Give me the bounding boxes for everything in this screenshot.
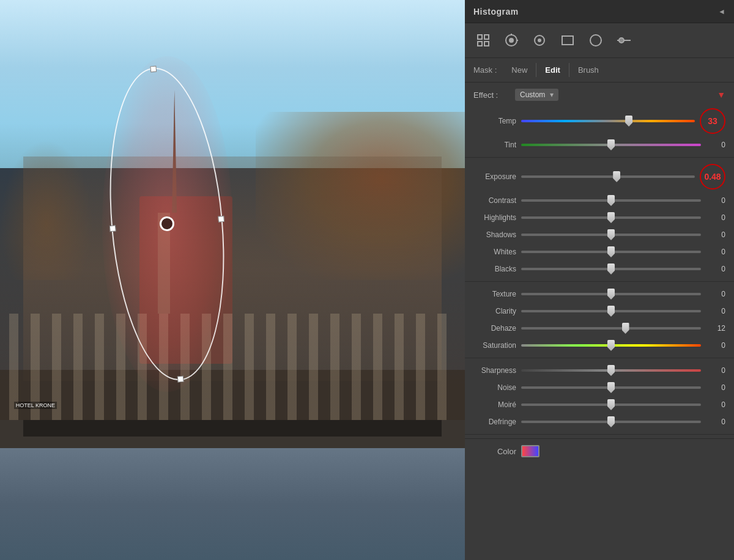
brush-tool-button[interactable]: [527, 28, 552, 53]
svg-rect-10: [562, 36, 573, 45]
temp-track: [521, 120, 695, 122]
rect-tool-button[interactable]: [555, 28, 580, 53]
range-tool-button[interactable]: [612, 28, 636, 53]
mask-new-button[interactable]: New: [503, 63, 536, 77]
svg-point-5: [509, 38, 514, 43]
highlights-handle[interactable]: [607, 212, 615, 223]
clarity-track-container: [521, 305, 701, 317]
sharpness-track-container: [521, 364, 701, 377]
tint-label: Tint: [473, 141, 516, 149]
clarity-handle[interactable]: [607, 306, 615, 317]
svg-rect-2: [478, 42, 482, 46]
texture-label: Texture: [473, 290, 516, 298]
exposure-handle[interactable]: [613, 171, 620, 182]
clarity-track: [521, 310, 701, 312]
noise-slider-row: Noise 0: [465, 379, 734, 396]
sharpness-slider-row: Sharpness 0: [465, 362, 734, 379]
defringe-value[interactable]: 0: [706, 418, 725, 426]
handle-right[interactable]: [218, 216, 225, 223]
saturation-handle[interactable]: [607, 340, 615, 351]
effect-value: Custom: [520, 90, 545, 99]
highlights-slider-row: Highlights 0: [465, 209, 734, 226]
effect-row: Effect : Custom ▾ ▼: [465, 83, 734, 106]
defringe-handle[interactable]: [607, 416, 615, 427]
sharpness-track: [521, 369, 701, 372]
blacks-handle[interactable]: [607, 263, 615, 274]
noise-value[interactable]: 0: [706, 383, 725, 392]
noise-track-container: [521, 381, 701, 394]
contrast-handle[interactable]: [607, 195, 615, 206]
circle-tool-button[interactable]: [584, 28, 608, 53]
sharpness-label: Sharpness: [473, 366, 516, 375]
highlights-label: Highlights: [473, 213, 516, 222]
svg-point-12: [619, 38, 624, 43]
blacks-track-container: [521, 263, 701, 275]
blacks-slider-row: Blacks 0: [465, 260, 734, 278]
collapse-icon[interactable]: ◄: [718, 7, 725, 16]
saturation-value[interactable]: 0: [706, 341, 725, 350]
moire-value[interactable]: 0: [706, 400, 725, 409]
noise-handle[interactable]: [607, 382, 615, 393]
photo-area: HOTEL KRONE: [0, 0, 465, 560]
mask-edit-button[interactable]: Edit: [536, 63, 569, 77]
saturation-track-container: [521, 339, 701, 352]
tint-track-container: [521, 139, 701, 151]
tint-value[interactable]: 0: [706, 141, 725, 149]
whites-handle[interactable]: [607, 246, 615, 257]
texture-value[interactable]: 0: [706, 290, 725, 298]
moire-track: [521, 403, 701, 406]
handle-left[interactable]: [109, 226, 116, 232]
dehaze-label: Dehaze: [473, 324, 516, 333]
panel-header: Histogram ◄: [465, 0, 734, 23]
dehaze-slider-row: Dehaze 12: [465, 320, 734, 337]
shadows-value[interactable]: 0: [706, 230, 725, 239]
blacks-label: Blacks: [473, 265, 516, 273]
sharpness-handle[interactable]: [607, 365, 615, 376]
radial-gradient-tool-button[interactable]: [499, 28, 524, 53]
svg-point-9: [538, 39, 541, 42]
handle-top[interactable]: [150, 65, 157, 72]
svg-point-11: [590, 35, 601, 46]
mask-row: Mask : New Edit Brush: [465, 58, 734, 83]
handle-bottom[interactable]: [177, 375, 184, 382]
highlights-value[interactable]: 0: [706, 213, 725, 222]
dehaze-handle[interactable]: [622, 323, 629, 334]
contrast-value[interactable]: 0: [706, 196, 725, 205]
blacks-value[interactable]: 0: [706, 265, 725, 273]
mask-brush-button[interactable]: Brush: [569, 63, 607, 77]
color-icon[interactable]: [521, 445, 539, 457]
center-handle[interactable]: [160, 216, 176, 232]
exposure-value[interactable]: 0.48: [700, 164, 725, 190]
shadows-handle[interactable]: [607, 229, 615, 240]
dehaze-value[interactable]: 12: [706, 324, 725, 333]
clarity-value[interactable]: 0: [706, 307, 725, 315]
color-row: Color: [465, 438, 734, 463]
highlights-track-container: [521, 212, 701, 224]
saturation-label: Saturation: [473, 341, 516, 350]
mask-label: Mask :: [473, 65, 497, 75]
defringe-track-container: [521, 416, 701, 428]
temp-slider-row: Temp 33: [465, 106, 734, 136]
moire-track-container: [521, 399, 701, 411]
moire-slider-row: Moiré 0: [465, 396, 734, 413]
saturation-track: [521, 344, 701, 347]
tint-track: [521, 144, 701, 146]
temp-value[interactable]: 33: [700, 108, 725, 134]
effect-triangle-icon[interactable]: ▼: [717, 90, 725, 100]
whites-slider-row: Whites 0: [465, 243, 734, 260]
contrast-slider-row: Contrast 0: [465, 192, 734, 209]
tint-handle[interactable]: [607, 139, 615, 150]
grid-tool-button[interactable]: [471, 28, 495, 53]
moire-label: Moiré: [473, 400, 516, 409]
toolbar: [465, 23, 734, 58]
blacks-track: [521, 268, 701, 270]
noise-track: [521, 386, 701, 389]
shadows-track-container: [521, 229, 701, 241]
sharpness-value[interactable]: 0: [706, 366, 725, 375]
texture-handle[interactable]: [607, 289, 615, 300]
effect-dropdown[interactable]: Custom ▾: [515, 89, 558, 101]
whites-value[interactable]: 0: [706, 248, 725, 256]
moire-handle[interactable]: [607, 399, 615, 410]
contrast-track: [521, 199, 701, 202]
temp-handle[interactable]: [625, 116, 632, 127]
